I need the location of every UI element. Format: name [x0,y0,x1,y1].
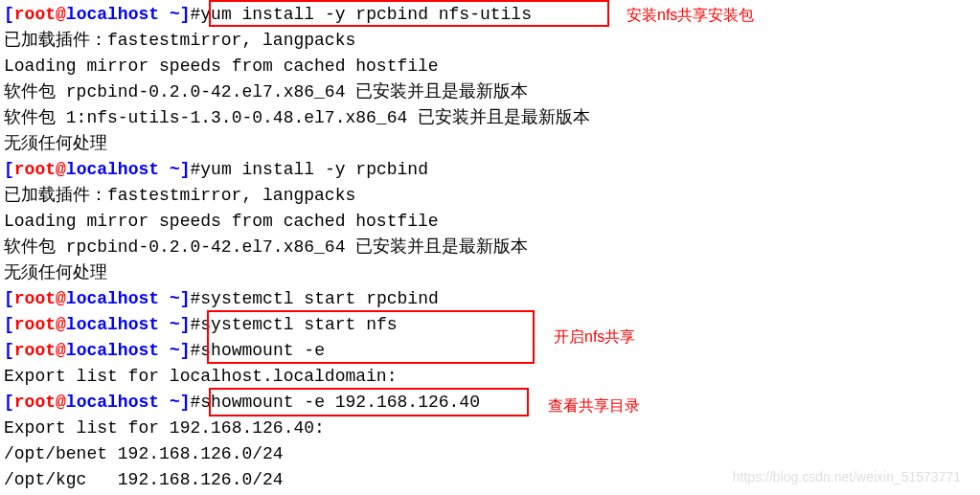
command-text[interactable]: yum install -y rpcbind nfs-utils [200,5,532,24]
terminal-line: [root@localhost ~]#systemctl start rpcbi… [4,286,976,312]
annotation-text: 安装nfs共享安装包 [627,4,754,27]
terminal-line: [root@localhost ~]#yum install -y rpcbin… [4,2,976,28]
command-text[interactable]: showmount -e 192.168.126.40 [200,393,480,412]
prompt-user: root [14,5,56,24]
prompt-close: ] [180,341,191,360]
prompt-hash: # [191,315,201,334]
prompt-path: ~ [170,5,180,24]
prompt-user: root [14,289,56,308]
output-line: Loading mirror speeds from cached hostfi… [4,54,976,79]
prompt-at: @ [56,341,66,360]
prompt-host: localhost [66,341,159,360]
prompt-open: [ [4,341,14,360]
prompt-open: [ [4,289,14,308]
prompt-host: localhost [66,315,159,334]
prompt-open: [ [4,393,14,412]
prompt-space [159,289,170,308]
prompt-host: localhost [66,160,159,179]
prompt-space [159,315,170,334]
prompt-user: root [14,341,56,360]
prompt-close: ] [180,160,191,179]
prompt-user: root [14,393,56,412]
prompt-close: ] [180,5,191,24]
output-line: Loading mirror speeds from cached hostfi… [4,209,976,235]
output-line: 已加载插件：fastestmirror, langpacks [4,28,976,54]
prompt-path: ~ [170,315,180,334]
prompt-space [159,393,170,412]
prompt-at: @ [56,5,66,24]
terminal-line: [root@localhost ~]#systemctl start nfs [4,312,976,338]
prompt-hash: # [191,341,201,360]
prompt-space [159,160,170,179]
prompt-host: localhost [66,393,159,412]
output-line: 软件包 rpcbind-0.2.0-42.el7.x86_64 已安装并且是最新… [4,235,976,260]
terminal-line: [root@localhost ~]#yum install -y rpcbin… [4,157,976,183]
prompt-space [159,341,170,360]
prompt-at: @ [56,160,66,179]
prompt-open: [ [4,5,14,24]
prompt-space [159,5,170,24]
prompt-hash: # [191,393,201,412]
prompt-host: localhost [66,289,159,308]
output-line: Export list for localhost.localdomain: [4,364,976,390]
prompt-hash: # [191,289,201,308]
prompt-hash: # [191,160,201,179]
prompt-open: [ [4,315,14,334]
prompt-at: @ [56,289,66,308]
terminal-line: [root@localhost ~]#showmount -e [4,338,976,364]
prompt-at: @ [56,393,66,412]
annotation-text: 开启nfs共享 [554,326,635,349]
output-line: 无须任何处理 [4,260,976,286]
command-text[interactable]: yum install -y rpcbind [200,160,428,179]
prompt-path: ~ [170,289,180,308]
command-text[interactable]: systemctl start nfs [200,315,397,334]
prompt-at: @ [56,315,66,334]
prompt-close: ] [180,315,191,334]
output-line: 软件包 rpcbind-0.2.0-42.el7.x86_64 已安装并且是最新… [4,79,976,105]
prompt-hash: # [191,5,201,24]
output-line: 无须任何处理 [4,131,976,157]
annotation-text: 查看共享目录 [548,394,640,417]
prompt-user: root [14,315,56,334]
output-line: 软件包 1:nfs-utils-1.3.0-0.48.el7.x86_64 已安… [4,105,976,131]
prompt-close: ] [180,393,191,412]
output-line: Export list for 192.168.126.40: [4,416,976,441]
command-text[interactable]: showmount -e [200,341,325,360]
terminal-line: [root@localhost ~]#showmount -e 192.168.… [4,390,976,416]
prompt-path: ~ [170,160,180,179]
prompt-user: root [14,160,56,179]
prompt-open: [ [4,160,14,179]
prompt-path: ~ [170,393,180,412]
output-line: /opt/benet 192.168.126.0/24 [4,441,976,467]
output-line: 已加载插件：fastestmirror, langpacks [4,183,976,209]
watermark-text: https://blog.csdn.net/weixin_51573771 [733,467,961,487]
prompt-path: ~ [170,341,180,360]
prompt-host: localhost [66,5,159,24]
command-text[interactable]: systemctl start rpcbind [200,289,438,308]
prompt-close: ] [180,289,191,308]
